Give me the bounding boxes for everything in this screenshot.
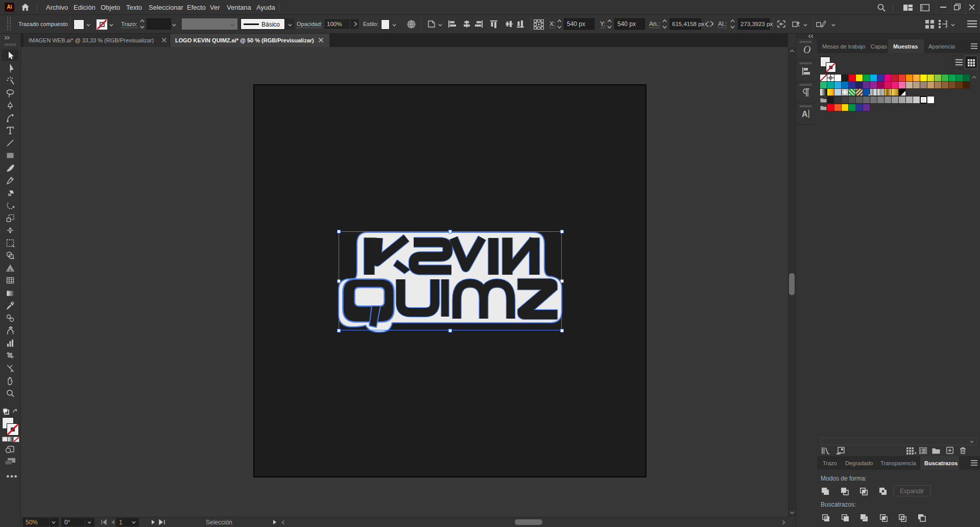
svg-text:O: O bbox=[803, 45, 810, 55]
svg-text:A: A bbox=[802, 110, 808, 118]
